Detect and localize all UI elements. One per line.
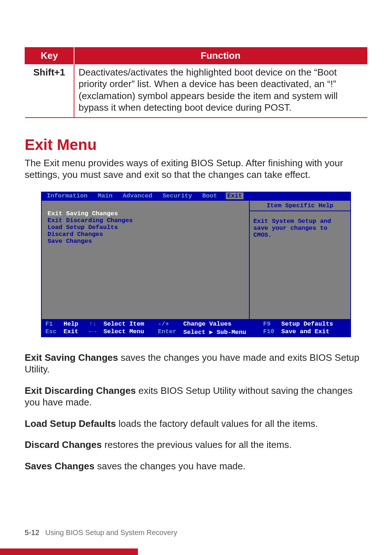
bios-tab-advanced: Advanced	[123, 192, 152, 199]
bios-tab-main: Main	[98, 192, 113, 199]
section-heading: Exit Menu	[25, 136, 367, 154]
bios-options-pane: Exit Saving Changes Exit Discarding Chan…	[41, 200, 249, 320]
bios-option-discard-changes: Discard Changes	[48, 231, 243, 238]
bios-option-exit-discarding: Exit Discarding Changes	[48, 217, 243, 224]
bios-key-f10-label: Save and Exit	[281, 328, 347, 336]
bios-key-f10: F10	[263, 328, 281, 336]
bios-help-pane: Item Specific Help Exit System Setup and…	[249, 200, 351, 320]
definition-item: Exit Saving Changes saves the changes yo…	[25, 352, 367, 375]
table-function-cell: Deactivates/activates the highlighted bo…	[74, 64, 367, 118]
bios-help-body: Exit System Setup and save your changes …	[250, 211, 350, 245]
table-header-key: Key	[25, 48, 74, 64]
bios-help-title: Item Specific Help	[250, 201, 350, 211]
bios-key-updown: ↑↓	[89, 321, 103, 327]
bios-option-exit-saving: Exit Saving Changes	[48, 204, 243, 217]
bios-tab-information: Information	[47, 192, 87, 199]
bios-key-enter-label: Select ▶ Sub-Menu	[183, 328, 263, 336]
definitions-list: Exit Saving Changes saves the changes yo…	[25, 352, 367, 472]
footer-red-bar	[0, 548, 138, 555]
definition-item: Exit Discarding Changes exits BIOS Setup…	[25, 385, 367, 408]
bios-screenshot: Information Main Advanced Security Boot …	[41, 192, 351, 337]
bios-key-f1-label: Help	[64, 321, 89, 327]
bios-key-f9: F9	[263, 321, 281, 327]
table-header-function: Function	[74, 48, 367, 64]
bios-tab-boot: Boot	[202, 192, 217, 199]
bios-key-plusminus: -/+	[158, 321, 183, 327]
intro-paragraph: The Exit menu provides ways of exiting B…	[25, 157, 367, 181]
table-key-cell: Shift+1	[25, 64, 74, 118]
bios-key-enter: Enter	[158, 328, 183, 336]
page-footer: 5-12 Using BIOS Setup and System Recover…	[0, 523, 392, 555]
bios-key-plusminus-label: Change Values	[183, 321, 263, 327]
table-row: Shift+1 Deactivates/activates the highli…	[25, 64, 367, 118]
key-function-table: Key Function Shift+1 Deactivates/activat…	[25, 47, 367, 118]
definition-item: Saves Changes saves the changes you have…	[25, 460, 367, 472]
bios-option-save-changes: Save Changes	[48, 238, 243, 245]
page-number: 5-12	[25, 529, 39, 536]
bios-key-f1: F1	[45, 321, 64, 327]
bios-tab-security: Security	[163, 192, 192, 199]
footer-section-title: Using BIOS Setup and System Recovery	[45, 529, 177, 536]
definition-item: Load Setup Defaults loads the factory de…	[25, 418, 367, 430]
bios-key-leftright-label: Select Menu	[103, 328, 158, 336]
bios-key-updown-label: Select Item	[103, 321, 158, 327]
bios-key-esc: Esc	[45, 328, 64, 336]
bios-menu-bar: Information Main Advanced Security Boot …	[41, 192, 351, 200]
bios-tab-exit: Exit	[226, 192, 244, 199]
bios-footer-keys: F1 Help ↑↓ Select Item -/+ Change Values…	[41, 320, 351, 337]
definition-item: Discard Changes restores the previous va…	[25, 439, 367, 451]
bios-option-load-defaults: Load Setup Defaults	[48, 224, 243, 231]
bios-key-esc-label: Exit	[64, 328, 89, 336]
bios-key-leftright: ←→	[89, 328, 103, 336]
bios-key-f9-label: Setup Defaults	[281, 321, 347, 327]
